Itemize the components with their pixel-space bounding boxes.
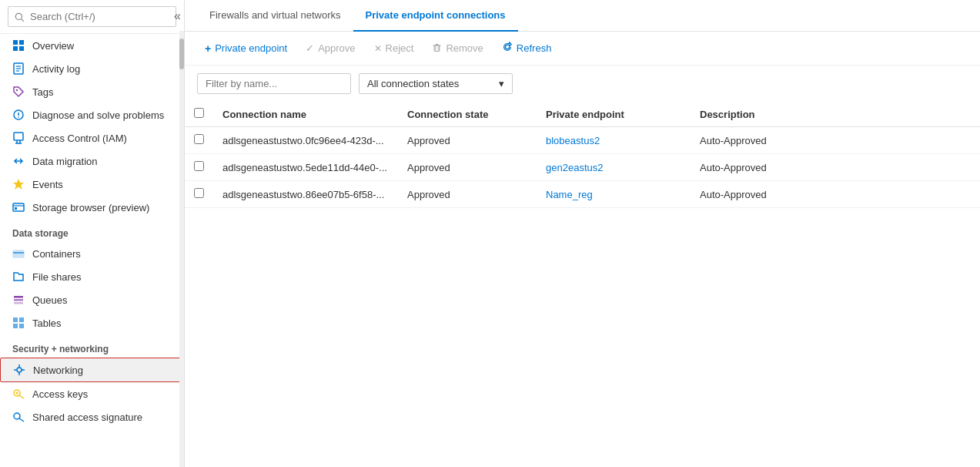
svg-rect-21 [14,302,23,304]
sidebar-item-data-migration[interactable]: Data migration [0,150,184,173]
connection-name-cell: adlsgeneastustwo.86ee07b5-6f58-... [213,181,398,208]
diagnose-label: Diagnose and solve problems [32,109,164,121]
select-all-checkbox[interactable] [194,108,204,118]
table-row: adlsgeneastustwo.0fc96ee4-423d-... Appro… [185,127,980,154]
remove-button[interactable]: Remove [424,39,490,59]
diagnose-icon [12,109,25,121]
svg-rect-17 [13,250,24,257]
row-checkbox[interactable] [194,188,204,198]
refresh-button[interactable]: Refresh [494,38,560,59]
sidebar-item-containers[interactable]: Containers [0,242,184,265]
svg-rect-23 [19,317,24,322]
row-checkbox[interactable] [194,161,204,171]
connection-state-dropdown[interactable]: All connection states ▾ [359,73,513,94]
select-all-header [185,102,213,127]
sidebar-item-tables[interactable]: Tables [0,311,184,334]
x-icon: ✕ [374,43,382,54]
main-content: Firewalls and virtual networks Private e… [185,0,980,467]
row-checkbox-cell [185,127,213,154]
private-endpoint-cell[interactable]: gen2eastus2 [537,154,691,181]
svg-rect-22 [13,317,18,322]
section-data-storage: Data storage [0,219,184,242]
activity-log-label: Activity log [32,63,80,75]
reject-button[interactable]: ✕ Reject [366,39,422,58]
sidebar-item-networking[interactable]: Networking [0,358,184,382]
access-keys-label: Access keys [32,388,88,400]
sidebar-item-queues[interactable]: Queues [0,288,184,311]
svg-rect-2 [13,46,18,51]
svg-point-26 [17,368,22,372]
sidebar-item-file-shares[interactable]: File shares [0,265,184,288]
svg-rect-3 [19,46,24,51]
svg-line-32 [19,395,24,398]
tabs-bar: Firewalls and virtual networks Private e… [185,0,980,32]
private-endpoint-cell[interactable]: blobeastus2 [537,127,691,154]
add-label: Private endpoint [215,42,287,54]
tags-label: Tags [32,86,53,98]
tags-icon [12,86,25,98]
connection-state-label: All connection states [367,78,459,89]
events-label: Events [32,179,63,190]
sidebar-item-tags[interactable]: Tags [0,80,184,103]
containers-icon [12,247,25,260]
approve-button[interactable]: ✓ Approve [298,39,363,58]
sidebar-item-shared-access[interactable]: Shared access signature [0,405,184,428]
filter-input[interactable] [197,73,351,94]
trash-icon [432,42,442,55]
svg-rect-0 [13,40,18,45]
sidebar-item-storage-browser[interactable]: Storage browser (preview) [0,196,184,219]
shared-access-label: Shared access signature [32,412,142,423]
connection-name-cell: adlsgeneastustwo.0fc96ee4-423d-... [213,127,398,154]
networking-icon [13,364,25,376]
plus-icon: + [205,42,211,55]
file-shares-label: File shares [32,271,82,283]
tab-private-endpoint[interactable]: Private endpoint connections [353,0,518,32]
connection-state-cell: Approved [398,154,537,181]
filter-bar: All connection states ▾ [185,66,980,102]
svg-point-33 [16,392,18,395]
activity-log-icon [12,62,25,75]
sidebar-item-iam[interactable]: Access Control (IAM) [0,126,184,150]
svg-rect-24 [13,324,18,328]
scrollbar-thumb[interactable] [179,39,184,69]
refresh-icon [502,42,513,55]
iam-icon [12,132,25,144]
search-container [0,0,184,34]
refresh-label: Refresh [517,42,552,54]
remove-label: Remove [446,42,483,54]
search-input[interactable] [8,6,176,27]
collapse-button[interactable]: « [171,6,184,26]
overview-label: Overview [32,40,74,52]
data-migration-label: Data migration [32,156,98,167]
overview-icon [12,39,25,52]
connections-table: Connection name Connection state Private… [185,102,980,208]
svg-point-34 [14,413,20,419]
events-icon [12,178,25,190]
svg-marker-13 [13,179,24,190]
add-private-endpoint-button[interactable]: + Private endpoint [197,39,295,59]
sidebar-item-diagnose[interactable]: Diagnose and solve problems [0,103,184,126]
tables-icon [12,317,25,329]
svg-rect-19 [14,296,23,298]
sidebar-item-events[interactable]: Events [0,173,184,196]
private-endpoint-cell[interactable]: Name_reg [537,181,691,208]
sidebar: « Overview Activity log Tags Diagnose an… [0,0,185,467]
connection-state-cell: Approved [398,181,537,208]
svg-line-35 [19,418,24,422]
approve-label: Approve [318,42,355,54]
svg-rect-20 [14,299,23,301]
table-container: Connection name Connection state Private… [185,102,980,467]
row-checkbox[interactable] [194,134,204,144]
svg-rect-25 [19,324,24,328]
col-header-connection-name: Connection name [213,102,398,127]
sidebar-item-access-keys[interactable]: Access keys [0,382,184,405]
reject-label: Reject [386,42,414,54]
table-row: adlsgeneastustwo.5ede11dd-44e0-... Appro… [185,154,980,181]
sidebar-item-overview[interactable]: Overview [0,34,184,57]
sidebar-item-activity-log[interactable]: Activity log [0,57,184,80]
toolbar: + Private endpoint ✓ Approve ✕ Reject Re… [185,32,980,66]
svg-point-8 [16,89,18,91]
table-row: adlsgeneastustwo.86ee07b5-6f58-... Appro… [185,181,980,208]
tab-firewalls[interactable]: Firewalls and virtual networks [197,0,353,32]
col-header-private-endpoint: Private endpoint [537,102,691,127]
